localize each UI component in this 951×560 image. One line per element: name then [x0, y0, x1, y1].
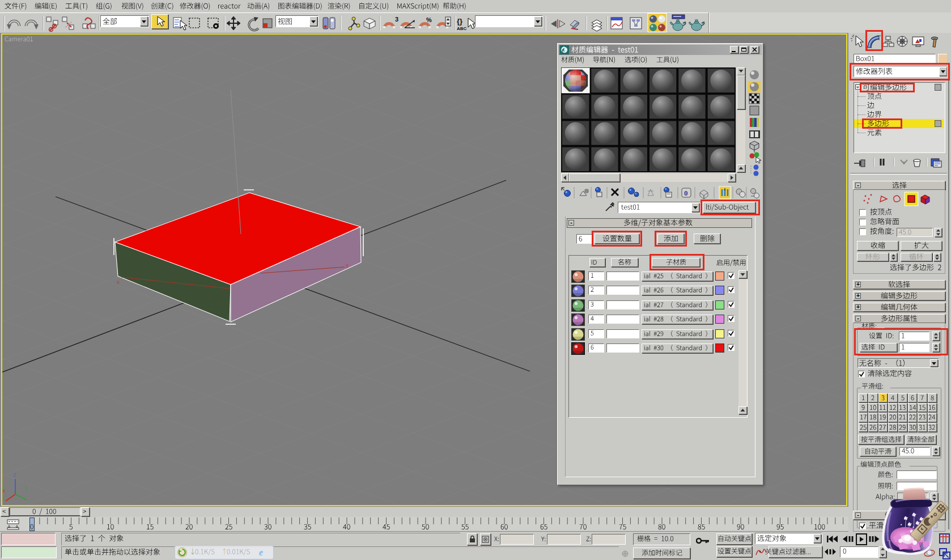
svg-text:%: %: [426, 16, 432, 23]
svg-text:{}: {}: [457, 17, 462, 26]
svg-text:ABC: ABC: [457, 26, 467, 31]
svg-text:0: 0: [684, 189, 688, 197]
svg-text:e: e: [259, 548, 263, 557]
svg-text:3: 3: [395, 16, 398, 23]
